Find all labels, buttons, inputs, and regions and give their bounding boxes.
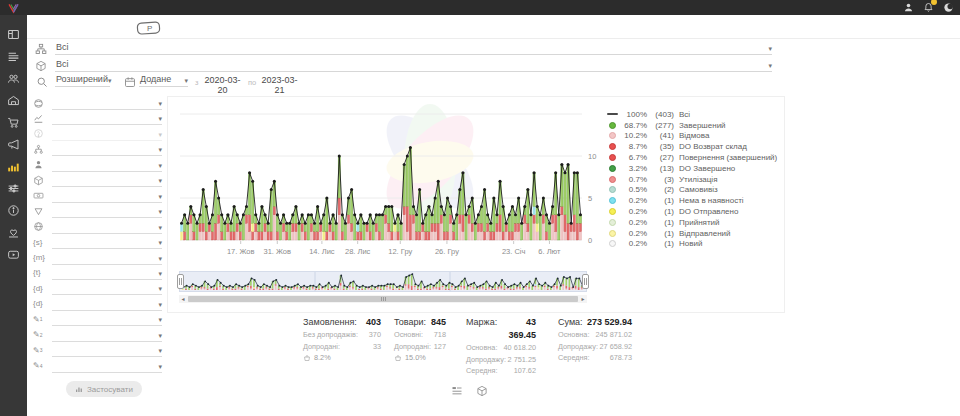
- filter-select-trend[interactable]: ▾: [52, 111, 162, 125]
- rail-item-orders[interactable]: [0, 45, 27, 67]
- status-filter-select[interactable]: Всі ▾: [55, 42, 772, 55]
- filter-select-var-s[interactable]: ▾: [52, 235, 162, 249]
- rail-item-video[interactable]: [0, 243, 27, 265]
- filter-row-custom-3[interactable]: ✎3▾: [33, 343, 162, 357]
- stat-sub-row: Допродажу:2 751.25: [466, 354, 536, 366]
- filter-select-var-m[interactable]: ▾: [52, 251, 162, 265]
- stat-pct-row: 8.2%: [303, 352, 381, 364]
- filter-select-manager[interactable]: ▾: [52, 158, 162, 172]
- scroll-right-icon[interactable]: ▸: [579, 295, 587, 303]
- navigator-handle-left[interactable]: [177, 274, 184, 289]
- variable-icon: ✎3: [33, 344, 46, 356]
- legend-item-1[interactable]: 68.7%(277)Завершений: [605, 120, 781, 131]
- dot-swatch: [609, 197, 616, 204]
- product-filter-select[interactable]: Всі ▾: [55, 59, 772, 72]
- filter-select-hierarchy[interactable]: ▾: [52, 142, 162, 156]
- filter-select-funnel[interactable]: ▾: [52, 204, 162, 218]
- legend-item-5[interactable]: 3.2%(13)DO Завершено: [605, 163, 781, 174]
- filter-select-custom-3[interactable]: ▾: [52, 343, 162, 357]
- date-from-input[interactable]: 2020-03-20: [201, 75, 244, 98]
- preset-icon[interactable]: P: [136, 21, 162, 35]
- legend-item-2[interactable]: 10.2%(41)Відмова: [605, 131, 781, 142]
- filter-row-question[interactable]: ▾: [33, 127, 162, 141]
- stat-sub-value: 2 751.25: [508, 354, 536, 366]
- rail-item-loyalty[interactable]: [0, 221, 27, 243]
- rail-item-info[interactable]: [0, 199, 27, 221]
- topbar-actions: [903, 0, 954, 15]
- filter-row-custom-4[interactable]: ✎4▾: [33, 359, 162, 373]
- rail-item-marketing[interactable]: [0, 133, 27, 155]
- rail-item-cart[interactable]: [0, 111, 27, 133]
- legend-percent: 0.2%: [619, 239, 647, 248]
- rail-item-customers[interactable]: [0, 67, 27, 89]
- rail-item-settings[interactable]: [0, 177, 27, 199]
- filter-row-payment[interactable]: ▾: [33, 189, 162, 203]
- filter-select-var-t[interactable]: ▾: [52, 266, 162, 280]
- filter-select-custom-4[interactable]: ▾: [52, 359, 162, 373]
- filter-row-custom-1[interactable]: ✎1▾: [33, 312, 162, 326]
- legend-item-11[interactable]: 0.2%(1)Відправлений: [605, 228, 781, 239]
- listview-icon[interactable]: [451, 385, 463, 397]
- filter-row-var-t[interactable]: {t}▾: [33, 266, 162, 280]
- navigator-handle-right[interactable]: [582, 274, 589, 289]
- app-logo-icon[interactable]: [7, 1, 20, 14]
- legend-item-6[interactable]: 0.7%(3)Утилізація: [605, 174, 781, 185]
- stat-col-orders: Замовлення:403Без допродажів:370Допродан…: [303, 316, 381, 364]
- filter-row-product[interactable]: ▾: [33, 173, 162, 187]
- dot-swatch: [609, 219, 616, 226]
- chart-navigator[interactable]: [179, 271, 587, 292]
- filter-select-country[interactable]: ▾: [52, 220, 162, 234]
- legend-item-8[interactable]: 0.2%(1)Нема в наявності: [605, 195, 781, 206]
- stat-sub-label: Допродажу:: [466, 354, 506, 366]
- filter-row-manager[interactable]: ▾: [33, 158, 162, 172]
- filter-row-var-s[interactable]: {s}▾: [33, 235, 162, 249]
- filter-select-var-d1[interactable]: ▾: [52, 281, 162, 295]
- legend-label: Нема в наявності: [679, 196, 744, 205]
- filter-row-trend[interactable]: ▾: [33, 111, 162, 125]
- rail-item-dashboard[interactable]: [0, 23, 27, 45]
- rail-item-statistics[interactable]: [0, 155, 27, 177]
- filter-row-custom-2[interactable]: ✎2▾: [33, 328, 162, 342]
- bell-icon[interactable]: [923, 2, 934, 13]
- filter-select-globe[interactable]: ▾: [52, 96, 162, 110]
- date-to-input[interactable]: 2023-03-21: [258, 75, 301, 98]
- legend-item-7[interactable]: 0.5%(2)Самовивіз: [605, 185, 781, 196]
- date-field-select[interactable]: Додане ▾: [139, 74, 188, 87]
- rail-item-warehouse[interactable]: [0, 89, 27, 111]
- scrollbar-thumb[interactable]: [188, 296, 578, 302]
- filter-select-custom-1[interactable]: ▾: [52, 312, 162, 326]
- filter-row-var-m[interactable]: {m}▾: [33, 251, 162, 265]
- status-filter-value: Всі: [55, 42, 69, 54]
- horizontal-scrollbar[interactable]: ◂ ▸: [179, 295, 587, 303]
- search-mode-select[interactable]: Розширений ▾: [55, 74, 110, 87]
- legend-item-0[interactable]: 100%(403)Всі: [605, 109, 781, 120]
- legend-percent: 68.7%: [619, 121, 647, 130]
- legend-item-10[interactable]: 0.2%(1)Прийнятий: [605, 217, 781, 228]
- legend-item-12[interactable]: 0.2%(1)Новий: [605, 239, 781, 250]
- legend-count: (27): [647, 153, 674, 162]
- filter-row-var-d1[interactable]: {d}▾: [33, 281, 162, 295]
- variable-icon: ✎1: [33, 313, 46, 325]
- package-icon[interactable]: [476, 385, 488, 397]
- orders-chart[interactable]: 051017. Жов31. Жов14. Лис28. Лис12. Гру2…: [176, 100, 600, 262]
- search-icon: [36, 76, 48, 88]
- filter-row-funnel[interactable]: ▾: [33, 204, 162, 218]
- filter-row-hierarchy[interactable]: ▾: [33, 142, 162, 156]
- stat-sub-label: Основна:: [558, 329, 589, 341]
- filter-select-custom-2[interactable]: ▾: [52, 328, 162, 342]
- scroll-left-icon[interactable]: ◂: [179, 295, 187, 303]
- avatar-icon[interactable]: [943, 2, 954, 13]
- legend-item-3[interactable]: 8.7%(35)DO Возврат склад: [605, 141, 781, 152]
- filter-row-globe[interactable]: ▾: [33, 96, 162, 110]
- filter-row-country[interactable]: ▾: [33, 220, 162, 234]
- filter-select-question[interactable]: ▾: [52, 127, 162, 141]
- person-icon[interactable]: [903, 2, 914, 13]
- apply-button[interactable]: Застосувати: [66, 381, 142, 397]
- legend-item-9[interactable]: 0.2%(1)DO Отправлено: [605, 206, 781, 217]
- filter-select-var-d2[interactable]: ▾: [52, 297, 162, 311]
- filter-row-var-d2[interactable]: {d}▾: [33, 297, 162, 311]
- legend-item-4[interactable]: 6.7%(27)Повернення (завершений): [605, 152, 781, 163]
- filter-select-product[interactable]: ▾: [52, 173, 162, 187]
- filter-select-payment[interactable]: ▾: [52, 189, 162, 203]
- world-icon: [33, 221, 46, 233]
